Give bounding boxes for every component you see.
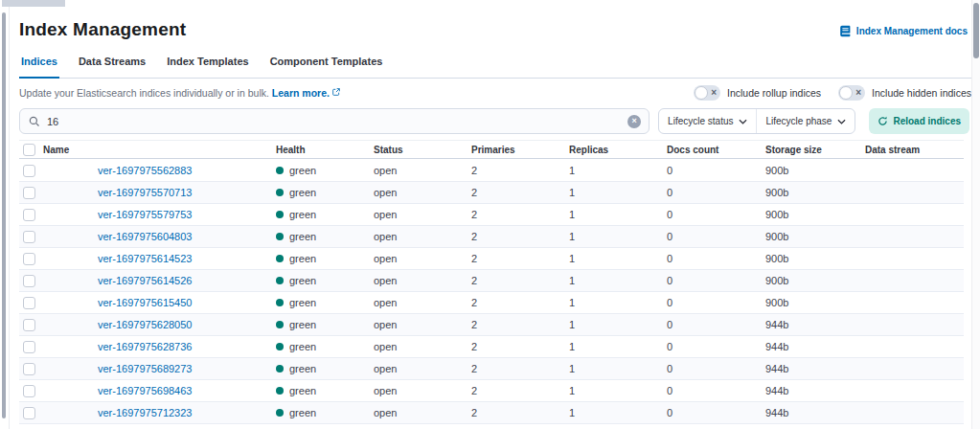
- health-value: green: [289, 407, 316, 418]
- row-checkbox-cell: [19, 297, 43, 309]
- index-name-link[interactable]: ver-1697975628736: [98, 341, 192, 352]
- status-value: open: [374, 319, 471, 330]
- replicas-value: 1: [569, 253, 667, 264]
- index-name-link[interactable]: ver-1697975614526: [98, 275, 192, 286]
- health-cell: green: [276, 253, 374, 264]
- tab-index-templates[interactable]: Index Templates: [165, 52, 250, 78]
- learn-more-link[interactable]: Learn more.: [272, 87, 330, 99]
- documentation-icon: [839, 25, 852, 37]
- lifecycle-status-label: Lifecycle status: [668, 116, 733, 126]
- right-scrollbar-track[interactable]: [971, 0, 980, 429]
- replicas-value: 1: [569, 209, 667, 220]
- replicas-value: 1: [569, 297, 667, 308]
- rollup-switch[interactable]: ×: [694, 85, 720, 101]
- table-row: ver-1697975628736 green open 2 1 0 944b: [19, 336, 964, 358]
- index-name-link[interactable]: ver-1697975614523: [98, 253, 192, 264]
- external-link-icon: [332, 88, 340, 96]
- index-name-link[interactable]: ver-1697975698463: [98, 385, 192, 396]
- status-value: open: [374, 385, 471, 396]
- row-checkbox[interactable]: [23, 187, 35, 199]
- replicas-value: 1: [569, 341, 667, 352]
- row-checkbox[interactable]: [23, 319, 35, 331]
- status-value: open: [374, 209, 471, 220]
- left-scrollbar-thumb[interactable]: [2, 12, 6, 418]
- docs-count-value: 0: [667, 187, 765, 198]
- select-all-checkbox[interactable]: [23, 144, 35, 156]
- page-description: Update your Elasticsearch indices indivi…: [19, 87, 340, 99]
- storage-size-value: 900b: [765, 275, 865, 286]
- lifecycle-status-select[interactable]: Lifecycle status: [659, 109, 756, 133]
- x-icon: ×: [855, 86, 861, 100]
- row-checkbox[interactable]: [23, 363, 35, 375]
- table-row: ver-1697975628050 green open 2 1 0 944b: [19, 314, 964, 336]
- docs-link[interactable]: Index Management docs: [839, 25, 968, 37]
- column-header-primaries[interactable]: Primaries: [471, 145, 569, 155]
- primaries-value: 2: [471, 165, 569, 176]
- tab-data-streams[interactable]: Data Streams: [77, 52, 148, 78]
- search-input[interactable]: [47, 116, 627, 127]
- docs-count-value: 0: [667, 385, 765, 396]
- table-row: ver-1697975604803 green open 2 1 0 900b: [19, 226, 964, 248]
- index-name-link[interactable]: ver-1697975689273: [98, 363, 192, 374]
- table-row: ver-1697975579753 green open 2 1 0 900b: [19, 204, 964, 226]
- index-management-page: Index Management Index Management docs I…: [11, 0, 971, 429]
- docs-link-label: Index Management docs: [856, 26, 968, 36]
- index-name-cell: ver-1697975615450: [43, 297, 276, 308]
- column-header-replicas[interactable]: Replicas: [569, 145, 667, 155]
- row-checkbox[interactable]: [23, 385, 35, 397]
- row-checkbox[interactable]: [23, 253, 35, 265]
- index-name-link[interactable]: ver-1697975570713: [98, 187, 192, 198]
- row-checkbox[interactable]: [23, 209, 35, 221]
- left-scrollbar-track[interactable]: [0, 7, 10, 429]
- row-checkbox-cell: [19, 187, 43, 199]
- health-cell: green: [276, 363, 374, 374]
- health-value: green: [289, 341, 316, 352]
- replicas-value: 1: [569, 165, 667, 176]
- column-header-data-stream[interactable]: Data stream: [865, 145, 964, 155]
- page-title: Index Management: [19, 19, 186, 40]
- tab-component-templates[interactable]: Component Templates: [268, 52, 385, 78]
- storage-size-value: 900b: [765, 231, 865, 242]
- storage-size-value: 944b: [765, 341, 865, 352]
- health-dot-icon: [276, 365, 284, 373]
- index-name-link[interactable]: ver-1697975604803: [98, 231, 192, 242]
- index-name-cell: ver-1697975562883: [43, 165, 276, 176]
- toggle-include-rollup[interactable]: × Include rollup indices: [694, 85, 821, 101]
- index-name-cell: ver-1697975604803: [43, 231, 276, 242]
- column-header-storage-size[interactable]: Storage size: [765, 145, 865, 155]
- health-value: green: [289, 363, 316, 374]
- row-checkbox[interactable]: [23, 275, 35, 287]
- toggle-include-hidden[interactable]: × Include hidden indices: [838, 85, 971, 101]
- reload-indices-button[interactable]: Reload indices: [869, 108, 969, 134]
- index-name-link[interactable]: ver-1697975579753: [98, 209, 192, 220]
- row-checkbox[interactable]: [23, 341, 35, 353]
- index-search-box[interactable]: ×: [19, 108, 650, 134]
- row-checkbox[interactable]: [23, 407, 35, 419]
- hidden-switch[interactable]: ×: [838, 85, 865, 101]
- column-header-docs-count[interactable]: Docs count: [667, 145, 765, 155]
- clear-search-icon[interactable]: ×: [627, 115, 641, 128]
- table-row: ver-1697975614526 green open 2 1 0 900b: [19, 270, 964, 292]
- right-scrollbar-thumb[interactable]: [973, 3, 979, 58]
- index-name-link[interactable]: ver-1697975712323: [98, 407, 192, 418]
- row-checkbox[interactable]: [23, 297, 35, 309]
- row-checkbox-cell: [19, 165, 43, 177]
- row-checkbox[interactable]: [23, 231, 35, 243]
- column-header-name[interactable]: Name: [43, 145, 276, 155]
- primaries-value: 2: [471, 297, 569, 308]
- lifecycle-phase-select[interactable]: Lifecycle phase: [756, 109, 855, 133]
- column-header-health[interactable]: Health: [276, 145, 374, 155]
- row-checkbox-cell: [19, 253, 43, 265]
- index-name-link[interactable]: ver-1697975615450: [98, 297, 192, 308]
- primaries-value: 2: [471, 275, 569, 286]
- row-checkbox[interactable]: [23, 165, 35, 177]
- health-dot-icon: [276, 409, 284, 417]
- index-name-link[interactable]: ver-1697975628050: [98, 319, 192, 330]
- tab-indices[interactable]: Indices: [19, 52, 59, 78]
- index-name-link[interactable]: ver-1697975562883: [98, 165, 192, 176]
- docs-count-value: 0: [667, 363, 765, 374]
- storage-size-value: 900b: [765, 253, 865, 264]
- table-row: ver-1697975570713 green open 2 1 0 900b: [19, 182, 964, 204]
- primaries-value: 2: [471, 319, 569, 330]
- column-header-status[interactable]: Status: [374, 145, 471, 155]
